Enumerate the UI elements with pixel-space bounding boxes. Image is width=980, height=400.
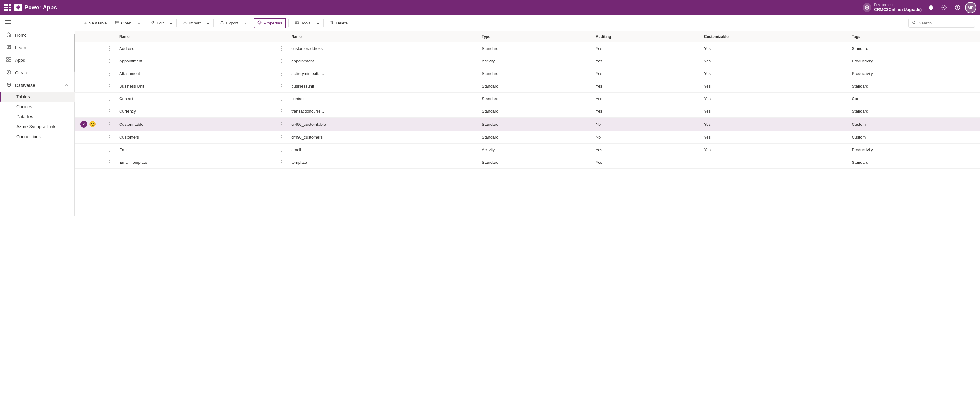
table-row[interactable]: ⋮Email Template⋮templateStandardYesStand… <box>75 156 980 169</box>
settings-button[interactable] <box>939 2 950 13</box>
table-row[interactable]: ⋮Email⋮emailActivityYesYesProductivity <box>75 144 980 156</box>
environment-text: Environment CRMC3Online (Upgrade) <box>874 3 922 12</box>
open-dropdown-button[interactable] <box>136 20 142 27</box>
power-apps-logo-icon <box>14 4 22 11</box>
row-context-menu[interactable]: ⋮ <box>104 67 114 80</box>
sidebar-item-azure-synapse[interactable]: Azure Synapse Link <box>0 122 75 132</box>
row-context-menu[interactable]: ⋮ <box>104 42 114 55</box>
row-context-menu-2[interactable]: ⋮ <box>276 144 286 156</box>
tools-button[interactable]: Tools <box>291 18 314 28</box>
sidebar-item-learn[interactable]: Learn <box>0 41 75 54</box>
row-context-menu-2[interactable]: ⋮ <box>276 67 286 80</box>
content-area: + New table Open Edit <box>75 15 980 400</box>
table-row[interactable]: ⋮Attachment⋮activitymimeatta...StandardY… <box>75 67 980 80</box>
row-context-menu[interactable]: ⋮ <box>104 92 114 105</box>
new-table-button[interactable]: + New table <box>80 18 110 28</box>
row-type: Standard <box>477 131 591 144</box>
table-row[interactable]: ⋮Business Unit⋮businessunitStandardYesYe… <box>75 80 980 92</box>
apps-grid-button[interactable] <box>4 4 11 11</box>
sidebar-item-tables[interactable]: Tables <box>0 92 75 102</box>
environment-icon <box>862 3 872 12</box>
table-body: ⋮Address⋮customeraddressStandardYesYesSt… <box>75 42 980 169</box>
sidebar-dataverse-label: Dataverse <box>15 83 35 88</box>
table-row[interactable]: ⋮Contact⋮contactStandardYesYesCore <box>75 92 980 105</box>
row-context-menu[interactable]: ⋮ <box>104 117 114 131</box>
properties-label: Properties <box>264 21 282 25</box>
environment-name: CRMC3Online (Upgrade) <box>874 7 922 13</box>
col-header-menu-2 <box>276 32 286 42</box>
row-logical-name: businessunit <box>286 80 477 92</box>
tools-dropdown-button[interactable] <box>315 20 321 27</box>
search-box[interactable] <box>908 19 975 28</box>
edit-button[interactable]: Edit <box>147 18 167 28</box>
row-type: Standard <box>477 117 591 131</box>
row-context-menu-2[interactable]: ⋮ <box>276 131 286 144</box>
help-button[interactable] <box>952 2 963 13</box>
svg-line-26 <box>915 24 916 25</box>
sidebar-item-create[interactable]: Create <box>0 67 75 79</box>
toolbar-separator-6 <box>323 19 324 27</box>
row-context-menu[interactable]: ⋮ <box>104 105 114 117</box>
row-icons-cell <box>75 131 104 144</box>
sidebar-dataverse-header[interactable]: Dataverse <box>0 79 75 92</box>
sidebar-toggle-button[interactable] <box>0 15 75 29</box>
row-context-menu-2[interactable]: ⋮ <box>276 117 286 131</box>
sidebar-item-dataflows[interactable]: Dataflows <box>0 112 75 122</box>
app-name: Power Apps <box>24 5 57 11</box>
row-icons-cell <box>75 67 104 80</box>
row-logical-name: cr496_customers <box>286 131 477 144</box>
table-row[interactable]: ⋮Currency⋮transactioncurre...StandardYes… <box>75 105 980 117</box>
properties-button[interactable]: Properties <box>254 18 286 28</box>
sidebar-item-tables-label: Tables <box>16 94 30 99</box>
row-context-menu[interactable]: ⋮ <box>104 156 114 169</box>
delete-button[interactable]: Delete <box>326 18 351 28</box>
row-icons-cell: ✓ 😊 <box>75 117 104 131</box>
sidebar-item-home[interactable]: Home <box>0 29 75 41</box>
sidebar-item-apps[interactable]: Apps <box>0 54 75 67</box>
row-icons-cell <box>75 80 104 92</box>
col-header-logical-name: Name <box>286 32 477 42</box>
row-name: Business Unit <box>114 80 276 92</box>
col-header-customizable: Customizable <box>699 32 847 42</box>
import-button[interactable]: Import <box>179 18 204 28</box>
export-dropdown-button[interactable] <box>243 20 248 27</box>
row-context-menu-2[interactable]: ⋮ <box>276 105 286 117</box>
row-context-menu-2[interactable]: ⋮ <box>276 55 286 67</box>
row-tags: Productivity <box>847 55 980 67</box>
user-avatar[interactable]: MP <box>965 2 976 13</box>
environment-info[interactable]: Environment CRMC3Online (Upgrade) <box>862 3 922 12</box>
open-button[interactable]: Open <box>111 18 135 28</box>
row-context-menu-2[interactable]: ⋮ <box>276 156 286 169</box>
edit-label: Edit <box>157 21 164 25</box>
edit-dropdown-button[interactable] <box>168 20 174 27</box>
row-name: Attachment <box>114 67 276 80</box>
table-row[interactable]: ✓ 😊 ⋮Custom table⋮cr496_customtableStand… <box>75 117 980 131</box>
row-context-menu-2[interactable]: ⋮ <box>276 80 286 92</box>
row-context-menu-2[interactable]: ⋮ <box>276 92 286 105</box>
sidebar-dataverse-subsection: Tables Choices Dataflows Azure Synapse L… <box>0 92 75 142</box>
table-row[interactable]: ⋮Appointment⋮appointmentActivityYesYesPr… <box>75 55 980 67</box>
sidebar-item-azure-synapse-label: Azure Synapse Link <box>16 124 56 129</box>
search-input[interactable] <box>919 21 972 25</box>
svg-point-5 <box>957 8 958 9</box>
row-context-menu[interactable]: ⋮ <box>104 80 114 92</box>
new-table-label: New table <box>89 21 107 25</box>
sidebar-item-connections[interactable]: Connections <box>0 132 75 142</box>
import-label: Import <box>189 21 200 25</box>
table-header: Name Name Type Auditing Customizable Tag… <box>75 32 980 42</box>
row-context-menu-2[interactable]: ⋮ <box>276 42 286 55</box>
col-header-type: Type <box>477 32 591 42</box>
row-context-menu[interactable]: ⋮ <box>104 131 114 144</box>
notification-button[interactable] <box>925 2 937 13</box>
import-dropdown-button[interactable] <box>205 20 211 27</box>
row-context-menu[interactable]: ⋮ <box>104 55 114 67</box>
row-context-menu[interactable]: ⋮ <box>104 144 114 156</box>
table-row[interactable]: ⋮Address⋮customeraddressStandardYesYesSt… <box>75 42 980 55</box>
export-button[interactable]: Export <box>216 18 242 28</box>
row-type: Standard <box>477 42 591 55</box>
table-row[interactable]: ⋮Customers⋮cr496_customersStandardNoYesC… <box>75 131 980 144</box>
row-logical-name: email <box>286 144 477 156</box>
sidebar-item-choices[interactable]: Choices <box>0 102 75 112</box>
emoji-icon: 😊 <box>89 121 96 128</box>
row-logical-name: template <box>286 156 477 169</box>
